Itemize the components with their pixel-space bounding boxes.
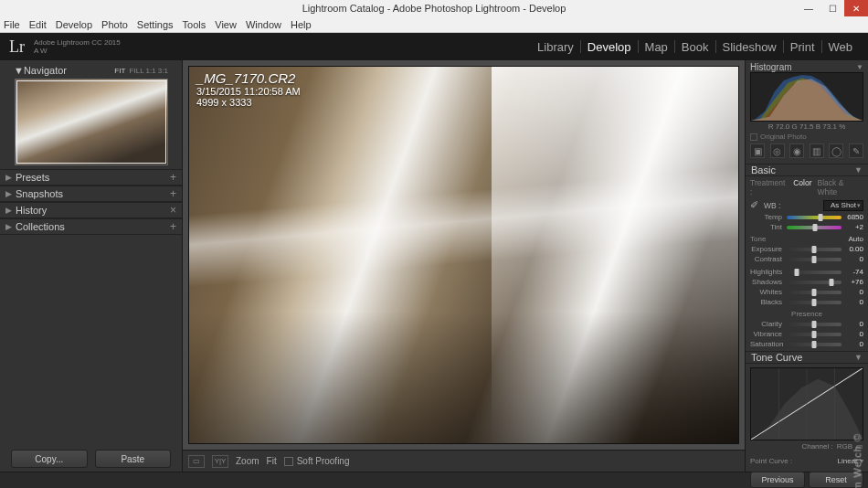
image-dimensions: 4999 x 3333 <box>196 97 301 108</box>
loupe-view-icon[interactable]: ▭ <box>188 455 205 468</box>
shadows-label: Shadows <box>750 278 785 286</box>
history-panel-header[interactable]: ▶History× <box>0 202 182 218</box>
chevron-down-icon: ▼ <box>854 353 863 362</box>
eyedropper-icon[interactable]: ✐ <box>750 199 758 211</box>
snapshots-panel-header[interactable]: ▶Snapshots+ <box>0 186 182 202</box>
blacks-value: 0 <box>843 298 863 306</box>
menu-develop[interactable]: Develop <box>56 19 92 30</box>
contrast-slider[interactable]: Contrast 0 <box>750 254 863 264</box>
menu-view[interactable]: View <box>215 19 237 30</box>
image-canvas[interactable]: _MG_7170.CR2 3/15/2015 11:20:58 AM 4999 … <box>188 66 739 444</box>
contrast-value: 0 <box>843 255 863 263</box>
image-timestamp: 3/15/2015 11:20:58 AM <box>196 86 301 97</box>
image-overlay-info: _MG_7170.CR2 3/15/2015 11:20:58 AM 4999 … <box>196 70 301 108</box>
menu-tools[interactable]: Tools <box>183 19 206 30</box>
previous-button[interactable]: Previous <box>750 472 805 488</box>
shadows-slider[interactable]: Shadows +76 <box>750 277 863 287</box>
module-book[interactable]: Book <box>682 40 709 54</box>
clarity-value: 0 <box>843 320 863 328</box>
module-web[interactable]: Web <box>829 40 853 54</box>
channel-label: Channel : <box>801 442 832 451</box>
presets-panel-header[interactable]: ▶Presets+ <box>0 169 182 186</box>
whites-label: Whites <box>750 288 785 296</box>
maximize-button[interactable]: ☐ <box>820 0 844 16</box>
soft-proofing-toggle[interactable]: Soft Proofing <box>284 456 350 466</box>
module-library[interactable]: Library <box>537 40 574 54</box>
crop-tool-icon[interactable]: ▣ <box>750 143 765 158</box>
checkbox-icon[interactable] <box>284 457 293 466</box>
menu-bar: File Edit Develop Photo Settings Tools V… <box>0 16 868 33</box>
auto-button[interactable]: Auto <box>849 235 863 243</box>
exposure-value: 0.00 <box>843 245 863 253</box>
filmstrip-collapsed[interactable] <box>0 472 868 488</box>
menu-settings[interactable]: Settings <box>137 19 174 30</box>
tone-section-label: Tone <box>750 235 766 243</box>
menu-window[interactable]: Window <box>246 19 281 30</box>
compare-view-icon[interactable]: Y|Y <box>212 455 228 468</box>
saturation-slider[interactable]: Saturation 0 <box>750 339 863 349</box>
menu-edit[interactable]: Edit <box>29 19 47 30</box>
module-print[interactable]: Print <box>790 40 815 54</box>
add-icon: + <box>170 171 176 184</box>
add-icon: + <box>170 220 176 233</box>
shadows-value: +76 <box>843 278 863 286</box>
basic-panel-header[interactable]: Basic▼ <box>746 164 868 176</box>
identity-bar: Lr Adobe Lightroom CC 2015 A W Library D… <box>0 33 868 60</box>
whites-slider[interactable]: Whites 0 <box>750 287 863 297</box>
highlights-label: Highlights <box>750 268 785 276</box>
chevron-down-icon[interactable]: ▼ <box>856 63 863 71</box>
module-develop[interactable]: Develop <box>587 40 631 54</box>
module-slideshow[interactable]: Slideshow <box>723 40 777 54</box>
tone-curve-header[interactable]: Tone Curve▼ <box>746 351 868 364</box>
clarity-label: Clarity <box>750 320 785 328</box>
treatment-bw[interactable]: Black & White <box>818 178 864 196</box>
module-map[interactable]: Map <box>645 40 668 54</box>
paste-button[interactable]: Paste <box>95 450 172 468</box>
left-panel: ▼ Navigator FIT FILL 1:1 3:1 ▶Presets+ ▶… <box>0 60 183 472</box>
blacks-label: Blacks <box>750 298 785 306</box>
window-title: Lightroom Catalog - Adobe Photoshop Ligh… <box>302 3 566 14</box>
clear-icon: × <box>170 204 176 217</box>
exposure-label: Exposure <box>750 245 785 253</box>
chevron-down-icon[interactable]: ▼ <box>14 65 24 76</box>
window-titlebar: Lightroom Catalog - Adobe Photoshop Ligh… <box>0 0 868 16</box>
redeye-tool-icon[interactable]: ◉ <box>789 143 804 158</box>
tone-curve-graph[interactable] <box>750 367 863 440</box>
wb-label: WB : <box>764 201 780 210</box>
close-button[interactable]: ✕ <box>844 0 868 16</box>
treatment-color[interactable]: Color <box>793 178 811 196</box>
navigator-thumbnail[interactable] <box>15 79 168 165</box>
exposure-slider[interactable]: Exposure 0.00 <box>750 244 863 254</box>
clarity-slider[interactable]: Clarity 0 <box>750 319 863 329</box>
menu-file[interactable]: File <box>4 19 20 30</box>
vibrance-slider[interactable]: Vibrance 0 <box>750 329 863 339</box>
vibrance-label: Vibrance <box>750 330 785 338</box>
menu-photo[interactable]: Photo <box>101 19 128 30</box>
copy-button[interactable]: Copy... <box>11 450 88 468</box>
vibrance-value: 0 <box>843 330 863 338</box>
histogram-readout: R 72.0 G 71.5 B 73.1 % <box>750 122 863 132</box>
histogram-graph[interactable] <box>750 72 863 122</box>
collections-panel-header[interactable]: ▶Collections+ <box>0 218 182 235</box>
user-name: A W <box>34 47 121 55</box>
product-name: Adobe Lightroom CC 2015 <box>34 38 121 47</box>
point-curve-row[interactable]: Point Curve :Linear ▾ <box>746 454 868 468</box>
original-photo-toggle[interactable]: Original Photo <box>750 132 863 142</box>
tint-value: +2 <box>843 223 863 231</box>
tint-label: Tint <box>750 223 785 231</box>
highlights-slider[interactable]: Highlights -74 <box>750 267 863 277</box>
wb-select[interactable]: As Shot <box>823 200 863 211</box>
grad-filter-icon[interactable]: ▥ <box>810 143 824 158</box>
zoom-fit[interactable]: Fit <box>267 456 277 466</box>
temp-slider[interactable]: Temp 6850 <box>750 212 863 222</box>
blacks-slider[interactable]: Blacks 0 <box>750 297 863 307</box>
tint-slider[interactable]: Tint +2 <box>750 222 863 232</box>
brush-tool-icon[interactable]: ✎ <box>849 143 863 158</box>
minimize-button[interactable]: — <box>797 0 820 16</box>
module-picker: Library Develop Map Book Slideshow Print… <box>531 40 859 54</box>
radial-filter-icon[interactable]: ◯ <box>829 143 843 158</box>
navigator-zoom-modes[interactable]: FIT FILL 1:1 3:1 <box>114 67 168 75</box>
menu-help[interactable]: Help <box>291 19 312 30</box>
channel-select[interactable]: RGB <box>837 442 852 451</box>
spot-tool-icon[interactable]: ◎ <box>770 143 785 158</box>
